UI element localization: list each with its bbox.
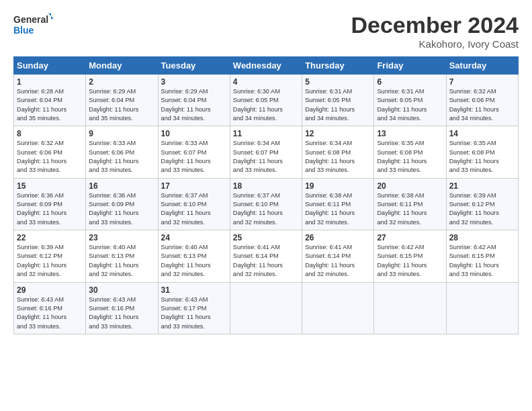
calendar-cell: 9Sunrise: 6:33 AMSunset: 6:06 PMDaylight… [86, 126, 158, 178]
day-info: Sunrise: 6:31 AMSunset: 6:05 PMDaylight:… [305, 87, 371, 123]
col-header-wednesday: Wednesday [230, 57, 302, 75]
day-info: Sunrise: 6:37 AMSunset: 6:10 PMDaylight:… [233, 191, 299, 227]
day-info: Sunrise: 6:36 AMSunset: 6:09 PMDaylight:… [17, 191, 83, 227]
day-info: Sunrise: 6:29 AMSunset: 6:04 PMDaylight:… [89, 87, 154, 123]
calendar-cell: 8Sunrise: 6:32 AMSunset: 6:06 PMDaylight… [14, 126, 86, 178]
calendar-cell: 10Sunrise: 6:33 AMSunset: 6:07 PMDayligh… [158, 126, 230, 178]
week-row-4: 29Sunrise: 6:43 AMSunset: 6:16 PMDayligh… [14, 282, 519, 334]
day-number: 22 [17, 233, 83, 242]
day-info: Sunrise: 6:33 AMSunset: 6:07 PMDaylight:… [161, 139, 227, 175]
week-row-1: 8Sunrise: 6:32 AMSunset: 6:06 PMDaylight… [14, 126, 519, 178]
calendar-cell: 23Sunrise: 6:40 AMSunset: 6:13 PMDayligh… [86, 230, 158, 282]
day-info: Sunrise: 6:43 AMSunset: 6:16 PMDaylight:… [17, 295, 83, 331]
day-number: 5 [305, 77, 371, 87]
day-number: 15 [17, 181, 83, 191]
calendar-cell: 25Sunrise: 6:41 AMSunset: 6:14 PMDayligh… [230, 230, 302, 282]
calendar-cell: 2Sunrise: 6:29 AMSunset: 6:04 PMDaylight… [86, 75, 158, 126]
day-info: Sunrise: 6:43 AMSunset: 6:16 PMDaylight:… [89, 295, 154, 331]
calendar-cell: 4Sunrise: 6:30 AMSunset: 6:05 PMDaylight… [230, 75, 302, 126]
logo: General Blue [13, 12, 54, 38]
day-number: 23 [89, 233, 154, 242]
day-number: 12 [305, 129, 371, 138]
day-info: Sunrise: 6:33 AMSunset: 6:06 PMDaylight:… [89, 139, 154, 175]
calendar-cell: 17Sunrise: 6:37 AMSunset: 6:10 PMDayligh… [158, 178, 230, 230]
title-block: December 2024 Kakohoro, Ivory Coast [351, 12, 519, 50]
day-number: 10 [161, 129, 227, 138]
col-header-monday: Monday [86, 57, 158, 75]
calendar-cell: 16Sunrise: 6:36 AMSunset: 6:09 PMDayligh… [86, 178, 158, 230]
day-info: Sunrise: 6:38 AMSunset: 6:11 PMDaylight:… [377, 191, 443, 227]
day-number: 17 [161, 181, 227, 191]
calendar-cell: 6Sunrise: 6:31 AMSunset: 6:05 PMDaylight… [374, 75, 446, 126]
col-header-saturday: Saturday [446, 57, 518, 75]
day-number: 26 [305, 233, 371, 242]
calendar-cell: 12Sunrise: 6:34 AMSunset: 6:08 PMDayligh… [302, 126, 374, 178]
day-number: 2 [89, 77, 154, 87]
day-info: Sunrise: 6:34 AMSunset: 6:07 PMDaylight:… [233, 139, 299, 175]
day-number: 1 [17, 77, 83, 87]
calendar-cell: 1Sunrise: 6:28 AMSunset: 6:04 PMDaylight… [14, 75, 86, 126]
day-number: 24 [161, 233, 227, 242]
day-info: Sunrise: 6:39 AMSunset: 6:12 PMDaylight:… [449, 191, 515, 227]
day-info: Sunrise: 6:42 AMSunset: 6:15 PMDaylight:… [449, 243, 515, 279]
col-header-sunday: Sunday [14, 57, 86, 75]
day-info: Sunrise: 6:35 AMSunset: 6:08 PMDaylight:… [377, 139, 443, 175]
svg-text:Blue: Blue [13, 25, 34, 36]
calendar-table: SundayMondayTuesdayWednesdayThursdayFrid… [13, 56, 519, 334]
calendar-cell: 20Sunrise: 6:38 AMSunset: 6:11 PMDayligh… [374, 178, 446, 230]
day-number: 3 [161, 77, 227, 87]
day-number: 11 [233, 129, 299, 138]
day-info: Sunrise: 6:40 AMSunset: 6:13 PMDaylight:… [161, 243, 227, 279]
day-number: 28 [449, 233, 515, 242]
calendar-cell: 31Sunrise: 6:43 AMSunset: 6:17 PMDayligh… [158, 282, 230, 334]
day-info: Sunrise: 6:31 AMSunset: 6:05 PMDaylight:… [377, 87, 443, 123]
month-title: December 2024 [351, 12, 519, 38]
day-info: Sunrise: 6:39 AMSunset: 6:12 PMDaylight:… [17, 243, 83, 279]
day-info: Sunrise: 6:29 AMSunset: 6:04 PMDaylight:… [161, 87, 227, 123]
day-number: 21 [449, 181, 515, 191]
calendar-cell: 15Sunrise: 6:36 AMSunset: 6:09 PMDayligh… [14, 178, 86, 230]
header: General Blue December 2024 Kakohoro, Ivo… [13, 12, 519, 50]
day-info: Sunrise: 6:42 AMSunset: 6:15 PMDaylight:… [377, 243, 443, 279]
calendar-cell: 3Sunrise: 6:29 AMSunset: 6:04 PMDaylight… [158, 75, 230, 126]
calendar-cell: 26Sunrise: 6:41 AMSunset: 6:14 PMDayligh… [302, 230, 374, 282]
day-number: 20 [377, 181, 443, 191]
calendar-cell [230, 282, 302, 334]
day-number: 9 [89, 129, 154, 138]
logo-svg: General Blue [13, 12, 54, 38]
day-info: Sunrise: 6:32 AMSunset: 6:06 PMDaylight:… [17, 139, 83, 175]
calendar-cell: 11Sunrise: 6:34 AMSunset: 6:07 PMDayligh… [230, 126, 302, 178]
week-row-2: 15Sunrise: 6:36 AMSunset: 6:09 PMDayligh… [14, 178, 519, 230]
day-number: 30 [89, 285, 154, 295]
calendar-cell: 22Sunrise: 6:39 AMSunset: 6:12 PMDayligh… [14, 230, 86, 282]
header-row: SundayMondayTuesdayWednesdayThursdayFrid… [14, 57, 519, 75]
day-number: 27 [377, 233, 443, 242]
day-number: 8 [17, 129, 83, 138]
week-row-0: 1Sunrise: 6:28 AMSunset: 6:04 PMDaylight… [14, 75, 519, 126]
day-info: Sunrise: 6:35 AMSunset: 6:08 PMDaylight:… [449, 139, 515, 175]
calendar-cell: 28Sunrise: 6:42 AMSunset: 6:15 PMDayligh… [446, 230, 518, 282]
svg-marker-2 [48, 13, 54, 19]
day-info: Sunrise: 6:41 AMSunset: 6:14 PMDaylight:… [233, 243, 299, 279]
day-number: 18 [233, 181, 299, 191]
calendar-cell: 14Sunrise: 6:35 AMSunset: 6:08 PMDayligh… [446, 126, 518, 178]
day-number: 16 [89, 181, 154, 191]
calendar-cell: 27Sunrise: 6:42 AMSunset: 6:15 PMDayligh… [374, 230, 446, 282]
day-info: Sunrise: 6:34 AMSunset: 6:08 PMDaylight:… [305, 139, 371, 175]
day-info: Sunrise: 6:41 AMSunset: 6:14 PMDaylight:… [305, 243, 371, 279]
calendar-cell [446, 282, 518, 334]
col-header-friday: Friday [374, 57, 446, 75]
week-row-3: 22Sunrise: 6:39 AMSunset: 6:12 PMDayligh… [14, 230, 519, 282]
svg-text:General: General [13, 14, 48, 25]
calendar-cell: 29Sunrise: 6:43 AMSunset: 6:16 PMDayligh… [14, 282, 86, 334]
day-number: 31 [161, 285, 227, 295]
calendar-cell: 7Sunrise: 6:32 AMSunset: 6:06 PMDaylight… [446, 75, 518, 126]
col-header-thursday: Thursday [302, 57, 374, 75]
calendar-cell: 30Sunrise: 6:43 AMSunset: 6:16 PMDayligh… [86, 282, 158, 334]
day-number: 7 [449, 77, 515, 87]
calendar-cell: 5Sunrise: 6:31 AMSunset: 6:05 PMDaylight… [302, 75, 374, 126]
day-info: Sunrise: 6:30 AMSunset: 6:05 PMDaylight:… [233, 87, 299, 123]
day-info: Sunrise: 6:37 AMSunset: 6:10 PMDaylight:… [161, 191, 227, 227]
col-header-tuesday: Tuesday [158, 57, 230, 75]
day-number: 13 [377, 129, 443, 138]
